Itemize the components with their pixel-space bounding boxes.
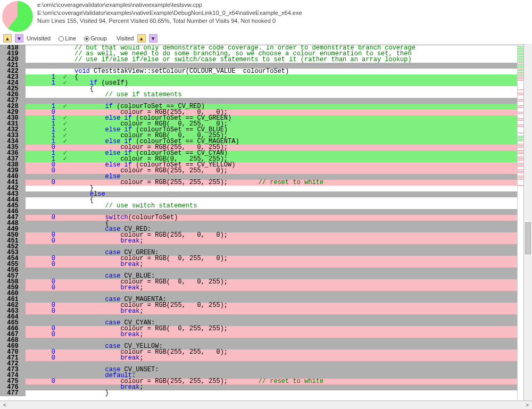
visited-check-icon [57, 279, 72, 285]
visit-count [26, 361, 57, 367]
visit-count [26, 390, 57, 396]
visited-check-icon [57, 297, 72, 303]
visited-check-icon [57, 344, 72, 349]
scroll-right-icon[interactable]: > [523, 402, 531, 408]
visited-check-icon [57, 203, 72, 209]
visited-check-icon [57, 314, 72, 320]
visited-check-icon [57, 186, 72, 191]
visited-check-icon [57, 262, 72, 268]
visit-count [26, 92, 57, 98]
visited-check-icon [57, 367, 72, 373]
visit-count: 0 [26, 262, 57, 268]
line-number: 477 [0, 390, 26, 396]
visited-label: Visited [117, 35, 134, 41]
visit-count: 0 [26, 355, 57, 361]
code-text: void CTeststakView::setColour(COLOUR_VAL… [72, 69, 517, 74]
source-path: e:\om\c\coveragevalidator\examples\nativ… [37, 1, 302, 9]
visited-check-icon [57, 57, 72, 63]
visit-count [26, 385, 57, 390]
visit-count [26, 367, 57, 373]
visit-count: 0 [26, 379, 57, 385]
code-text: colour = RGB(255, 255, 0); [72, 168, 517, 174]
code-text: } [72, 390, 517, 396]
visited-check-icon [57, 221, 72, 227]
visit-count [26, 51, 57, 57]
coverage-pie-chart [2, 1, 33, 32]
code-row[interactable]: 426 // use if statements [0, 92, 517, 98]
vertical-scrollbar[interactable] [523, 44, 532, 400]
visited-check-icon: ✓ [57, 139, 72, 145]
code-row[interactable]: 4630 break; [0, 308, 517, 314]
visited-check-icon [57, 303, 72, 308]
code-row[interactable]: 4670 break; [0, 332, 517, 338]
file-info: e:\om\c\coveragevalidator\examples\nativ… [37, 1, 302, 25]
exe-path: E:\om\c\coverageValidator\examples\nativ… [37, 9, 302, 17]
coverage-stats: Num Lines 155, Visited 94, Percent Visit… [37, 17, 302, 25]
visited-check-icon [57, 227, 72, 232]
prev-visited-button[interactable]: ▲ [137, 34, 146, 43]
visited-check-icon [57, 180, 72, 186]
visited-check-icon [57, 92, 72, 98]
visit-count: 1 [26, 80, 57, 86]
visited-check-icon [57, 268, 72, 273]
visited-check-icon [57, 285, 72, 291]
visit-count [26, 244, 57, 250]
visit-count [26, 338, 57, 344]
viewer: 418// but that would only demonstrate co… [0, 45, 532, 402]
next-unvisited-button[interactable]: ▼ [15, 34, 23, 43]
visit-count: 0 [26, 308, 57, 314]
mode-group-radio[interactable]: Group [84, 35, 107, 41]
visited-check-icon [57, 373, 72, 379]
visited-check-icon [57, 215, 72, 221]
visited-check-icon [57, 168, 72, 174]
visit-count: 0 [26, 332, 57, 338]
visited-check-icon [57, 361, 72, 367]
visited-check-icon [57, 291, 72, 297]
visited-check-icon: ✓ [57, 156, 72, 162]
code-pane[interactable]: 418// but that would only demonstrate co… [0, 45, 517, 402]
visit-count [26, 268, 57, 273]
prev-unvisited-button[interactable]: ▲ [3, 34, 12, 43]
mode-line-radio[interactable]: Line [59, 35, 76, 41]
code-text: case CV_UNSET: [72, 367, 517, 373]
unvisited-label: Unvisited [27, 35, 51, 41]
scroll-left-icon[interactable]: < [1, 402, 9, 408]
next-visited-button[interactable]: ▼ [149, 34, 157, 43]
code-text: break; [72, 238, 517, 244]
header: e:\om\c\coveragevalidator\examples\nativ… [0, 0, 532, 33]
code-text: colour = RGB(255, 255, 255); // reset to… [72, 180, 517, 186]
code-row[interactable]: 420// use if/else if/else or switch/case… [0, 57, 517, 63]
code-row[interactable]: 4590 break; [0, 285, 517, 291]
horizontal-scrollbar[interactable]: < > [0, 400, 532, 409]
code-text: if (useIf) [72, 80, 517, 86]
visit-count [26, 186, 57, 191]
code-text: break; [72, 385, 517, 390]
code-row[interactable]: 4550 break; [0, 262, 517, 268]
visited-check-icon [57, 349, 72, 355]
code-row[interactable]: 4710 break; [0, 355, 517, 361]
code-row[interactable]: 445 // use switch statements [0, 203, 517, 209]
visit-count [26, 291, 57, 297]
visit-count: 0 [26, 215, 57, 221]
code-text: // use if statements [72, 92, 517, 98]
visited-check-icon [57, 197, 72, 203]
code-text: switch(colourToSet) [72, 215, 517, 221]
code-text: break; [72, 308, 517, 314]
visited-check-icon [57, 244, 72, 250]
visit-count [26, 203, 57, 209]
code-row[interactable]: 477 } [0, 390, 517, 396]
visited-check-icon [57, 51, 72, 57]
visited-check-icon [57, 63, 72, 69]
visited-check-icon [57, 332, 72, 338]
visited-check-icon [57, 209, 72, 215]
code-text: // use switch statements [72, 203, 517, 209]
scrollbar-thumb[interactable] [525, 222, 531, 254]
code-text: break; [72, 285, 517, 291]
code-text: // use if/else if/else or switch/case st… [72, 57, 517, 63]
visited-check-icon [57, 355, 72, 361]
code-row[interactable]: 4510 break; [0, 238, 517, 244]
visited-check-icon [57, 385, 72, 390]
code-text: break; [72, 355, 517, 361]
visit-count [26, 221, 57, 227]
code-text: } [72, 186, 517, 191]
